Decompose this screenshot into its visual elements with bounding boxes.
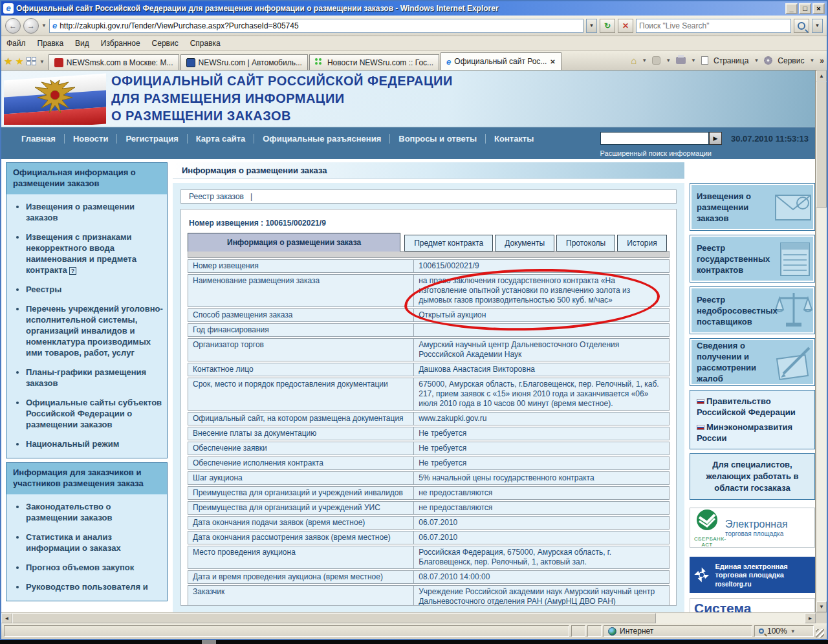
sidebar-item[interactable]: Реестры bbox=[26, 284, 164, 295]
menu-item[interactable]: Правка bbox=[38, 39, 64, 48]
search-dropdown-icon[interactable]: ▼ bbox=[812, 19, 823, 33]
scroll-up-icon[interactable]: ▲ bbox=[816, 70, 827, 81]
sidebar-item-label[interactable]: Планы-графики размещения заказов bbox=[26, 367, 146, 388]
sidebar-item[interactable]: Перечень учреждений уголовно-исполнитель… bbox=[26, 303, 164, 358]
sidebar-item-label[interactable]: Извещения о размещении заказов bbox=[26, 202, 135, 222]
sidebar-item-label[interactable]: Реестры bbox=[26, 284, 61, 294]
roseltorg-banner[interactable]: Единая электронная торговая площадка ros… bbox=[690, 557, 815, 593]
nav-item[interactable]: Карта сайта bbox=[187, 134, 254, 144]
url-dropdown-icon[interactable]: ▼ bbox=[586, 19, 597, 33]
tab-protocols[interactable]: Протоколы bbox=[556, 235, 615, 252]
page-dropdown-icon[interactable]: ▼ bbox=[754, 58, 759, 63]
banner-unfair-suppliers[interactable]: Реестр недобросовестных поставщиков bbox=[690, 286, 815, 334]
sidebar-item-label[interactable]: Статистика и анализ информации о заказах bbox=[26, 532, 121, 553]
scroll-down-icon[interactable]: ▼ bbox=[816, 601, 827, 612]
vertical-scroll-thumb[interactable] bbox=[816, 81, 827, 208]
banner-notices[interactable]: Извещения о размещении заказов bbox=[690, 183, 815, 231]
tab-history[interactable]: История bbox=[617, 235, 667, 252]
print-icon[interactable] bbox=[676, 57, 686, 64]
back-icon[interactable]: ← bbox=[5, 18, 21, 34]
ministry-link[interactable]: Минэкономразвития России bbox=[697, 422, 811, 444]
page-button[interactable]: Страница bbox=[714, 56, 748, 65]
tab-zakupki-active[interactable]: e Официальный сайт Рос... ✕ bbox=[441, 52, 561, 70]
sidebar-item[interactable]: Извещения о размещении заказов bbox=[26, 201, 164, 223]
specialists-banner[interactable]: Для специалистов, желающих работать в об… bbox=[690, 453, 815, 500]
site-search-input[interactable] bbox=[600, 132, 709, 145]
tools-dropdown-icon[interactable]: ▼ bbox=[809, 58, 814, 63]
sidebar-item[interactable]: Статистика и анализ информации о заказах bbox=[26, 531, 164, 553]
help-icon[interactable]: ? bbox=[69, 267, 77, 275]
forward-icon[interactable]: → bbox=[23, 18, 39, 34]
rss-dropdown-icon[interactable]: ▼ bbox=[666, 58, 671, 63]
tab-newsru-gos[interactable]: Новости NEWSru.com :: Гос... bbox=[309, 54, 439, 70]
tab-list-dropdown-icon[interactable]: ▼ bbox=[39, 59, 45, 65]
maximize-button[interactable]: □ bbox=[799, 3, 811, 14]
nav-item[interactable]: Новости bbox=[64, 134, 117, 144]
scroll-right-icon[interactable]: ► bbox=[805, 613, 816, 623]
sidebar-item[interactable]: Планы-графики размещения заказов bbox=[26, 367, 164, 389]
nav-item[interactable]: Вопросы и ответы bbox=[389, 134, 485, 144]
tab-documents[interactable]: Документы bbox=[495, 235, 554, 252]
menu-item[interactable]: Вид bbox=[75, 39, 89, 48]
rss-icon[interactable] bbox=[652, 56, 660, 65]
more-commands-icon[interactable]: » bbox=[820, 56, 824, 65]
tab-contract-subject[interactable]: Предмет контракта bbox=[404, 235, 493, 252]
tab-order-info[interactable]: Информация о размещении заказа bbox=[188, 233, 400, 252]
sidebar-item-label[interactable]: Извещения с признаками некорректного вво… bbox=[26, 232, 136, 275]
minimize-button[interactable]: _ bbox=[785, 3, 798, 14]
url-input[interactable] bbox=[60, 21, 580, 30]
menu-item[interactable]: Файл bbox=[6, 39, 26, 48]
search-icon[interactable] bbox=[794, 19, 809, 33]
sidebar-item-label[interactable]: Официальные сайты субъектов Российской Ф… bbox=[26, 398, 162, 429]
favorites-star-icon[interactable]: ★ bbox=[4, 56, 12, 67]
tab-newsru[interactable]: NEWSru.com | Автомобиль... bbox=[180, 54, 308, 70]
scroll-left-icon[interactable]: ◄ bbox=[1, 613, 12, 623]
home-icon[interactable]: ⌂ bbox=[631, 55, 637, 66]
advanced-search-link[interactable]: Расширенный поиск информации bbox=[600, 149, 712, 157]
sidebar-item[interactable]: Официальные сайты субъектов Российской Ф… bbox=[26, 397, 164, 430]
quick-tabs-icon[interactable] bbox=[27, 57, 37, 66]
home-dropdown-icon[interactable]: ▼ bbox=[642, 58, 647, 63]
close-button[interactable]: × bbox=[812, 3, 825, 14]
horizontal-scrollbar[interactable]: ◄ ► bbox=[1, 612, 827, 623]
sidebar-item-label[interactable]: Национальный режим bbox=[26, 439, 119, 449]
tab-newsmsk[interactable]: NEWSmsk.com в Москве: М... bbox=[49, 54, 179, 70]
live-search-field[interactable] bbox=[636, 19, 791, 33]
breadcrumb-link[interactable]: Реестр заказов bbox=[189, 192, 244, 201]
horizontal-scroll-thumb[interactable] bbox=[12, 613, 656, 623]
menu-item[interactable]: Справка bbox=[190, 39, 221, 48]
sberbank-ast-banner[interactable]: СБЕРБАНК-АСТ Электронная торговая площад… bbox=[690, 508, 815, 548]
zoom-dropdown-icon[interactable]: ▼ bbox=[790, 628, 796, 634]
nav-item[interactable]: Контакты bbox=[485, 134, 542, 144]
nav-item[interactable]: Главная bbox=[13, 134, 64, 144]
vertical-scrollbar[interactable]: ▲ ▼ bbox=[816, 70, 827, 612]
zoom-panel[interactable]: 100% ▼ bbox=[754, 625, 814, 637]
banner-contracts-registry[interactable]: Реестр государственных контрактов bbox=[690, 235, 815, 283]
tab-close-icon[interactable]: ✕ bbox=[550, 58, 555, 65]
tools-button[interactable]: Сервис bbox=[778, 56, 804, 65]
sidebar-item-label[interactable]: Прогноз объемов закупок bbox=[26, 563, 134, 572]
live-search-input[interactable] bbox=[639, 21, 788, 30]
add-favorite-icon[interactable]: ★ bbox=[15, 56, 23, 67]
sidebar-item[interactable]: Законодательство о размещении заказов bbox=[26, 501, 164, 523]
url-field[interactable]: e bbox=[49, 19, 583, 33]
nav-item[interactable]: Регистрация bbox=[116, 134, 186, 144]
stop-icon[interactable]: ✕ bbox=[618, 19, 633, 33]
resize-grip[interactable] bbox=[816, 629, 824, 638]
sidebar-item[interactable]: Национальный режим bbox=[26, 438, 164, 449]
sidebar-item[interactable]: Прогноз объемов закупок bbox=[26, 562, 164, 573]
menu-item[interactable]: Сервис bbox=[152, 39, 179, 48]
sidebar-item-label[interactable]: Законодательство о размещении заказов bbox=[26, 502, 112, 522]
sidebar-item[interactable]: Руководство пользователя и bbox=[26, 581, 164, 592]
sistema-banner[interactable]: Система Электронных bbox=[690, 598, 815, 612]
banner-complaints[interactable]: Сведения о получении и рассмотрении жало… bbox=[690, 338, 815, 386]
sidebar-item-label[interactable]: Руководство пользователя и bbox=[26, 582, 148, 592]
print-dropdown-icon[interactable]: ▼ bbox=[691, 58, 696, 63]
site-search-go-icon[interactable]: ▶ bbox=[709, 132, 722, 145]
sidebar-item-label[interactable]: Перечень учреждений уголовно-исполнитель… bbox=[26, 304, 163, 358]
sidebar-item[interactable]: Извещения с признаками некорректного вво… bbox=[26, 231, 164, 275]
government-link[interactable]: Правительство Российской Федерации bbox=[697, 396, 811, 418]
history-dropdown-icon[interactable]: ▼ bbox=[41, 23, 47, 28]
menu-item[interactable]: Избранное bbox=[101, 39, 140, 48]
refresh-icon[interactable]: ↻ bbox=[600, 19, 615, 33]
